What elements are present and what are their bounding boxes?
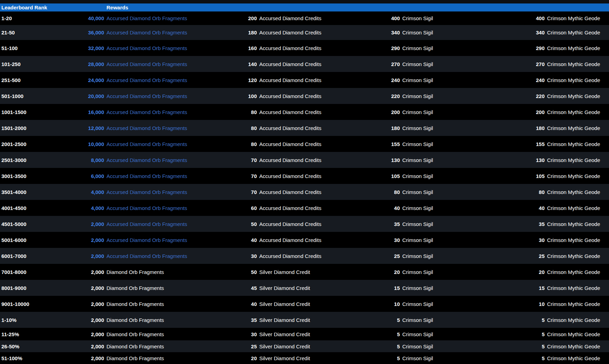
reward-qty: 155 bbox=[508, 141, 545, 147]
reward-qty[interactable]: 32,000 bbox=[66, 45, 104, 51]
reward-item-name: Crimson Sigil bbox=[400, 189, 508, 195]
table-row: 1-10%2,000Diamond Orb Fragments35Silver … bbox=[0, 312, 609, 328]
reward-qty: 2,000 bbox=[66, 285, 104, 291]
reward-qty: 130 bbox=[508, 157, 545, 163]
reward-item-link[interactable]: Accursed Diamond Orb Fragments bbox=[104, 61, 219, 67]
reward-item-name: Accursed Diamond Credits bbox=[257, 157, 362, 163]
reward-qty[interactable]: 2,000 bbox=[66, 253, 104, 259]
reward-item-name: Crimson Sigil bbox=[400, 237, 508, 243]
reward-qty: 400 bbox=[508, 15, 545, 21]
reward-qty[interactable]: 6,000 bbox=[66, 173, 104, 179]
reward-qty[interactable]: 20,000 bbox=[66, 93, 104, 99]
rank-cell: 3501-4000 bbox=[0, 189, 66, 195]
reward-qty: 5 bbox=[508, 343, 545, 349]
reward-qty[interactable]: 10,000 bbox=[66, 141, 104, 147]
reward-qty: 340 bbox=[508, 30, 545, 35]
rank-cell: 7001-8000 bbox=[0, 269, 66, 275]
rank-cell: 5001-6000 bbox=[0, 237, 66, 243]
reward-qty: 10 bbox=[508, 301, 545, 307]
reward-item-link[interactable]: Accursed Diamond Orb Fragments bbox=[104, 189, 219, 195]
reward-item-link[interactable]: Accursed Diamond Orb Fragments bbox=[104, 237, 219, 243]
reward-qty: 45 bbox=[219, 285, 257, 291]
reward-qty: 220 bbox=[508, 93, 545, 99]
reward-qty[interactable]: 40,000 bbox=[66, 15, 104, 21]
reward-qty[interactable]: 36,000 bbox=[66, 30, 104, 35]
reward-qty: 180 bbox=[219, 30, 257, 35]
rank-cell: 2501-3000 bbox=[0, 157, 66, 163]
reward-item-name: Crimson Sigil bbox=[400, 30, 508, 35]
table-row: 4001-45004,000Accursed Diamond Orb Fragm… bbox=[0, 200, 609, 216]
table-row: 21-5036,000Accursed Diamond Orb Fragment… bbox=[0, 25, 609, 40]
reward-item-link[interactable]: Accursed Diamond Orb Fragments bbox=[104, 157, 219, 163]
reward-item-link[interactable]: Accursed Diamond Orb Fragments bbox=[104, 221, 219, 227]
reward-item-name: Crimson Mythic Geode bbox=[545, 189, 609, 195]
reward-item-name: Accursed Diamond Credits bbox=[257, 189, 362, 195]
rank-cell: 1501-2000 bbox=[0, 125, 66, 131]
reward-item-name: Crimson Mythic Geode bbox=[545, 253, 609, 259]
reward-item-link[interactable]: Accursed Diamond Orb Fragments bbox=[104, 109, 219, 115]
table-row: 1001-150016,000Accursed Diamond Orb Frag… bbox=[0, 104, 609, 120]
rank-cell: 501-1000 bbox=[0, 93, 66, 99]
table-row: 6001-70002,000Accursed Diamond Orb Fragm… bbox=[0, 248, 609, 264]
reward-item-link[interactable]: Accursed Diamond Orb Fragments bbox=[104, 125, 219, 131]
reward-qty: 180 bbox=[362, 125, 400, 131]
reward-item-name: Crimson Sigil bbox=[400, 109, 508, 115]
rank-cell: 8001-9000 bbox=[0, 285, 66, 291]
reward-qty[interactable]: 12,000 bbox=[66, 125, 104, 131]
reward-qty: 25 bbox=[219, 343, 257, 349]
rank-cell: 4501-5000 bbox=[0, 221, 66, 227]
reward-qty: 200 bbox=[362, 109, 400, 115]
reward-item-link[interactable]: Accursed Diamond Orb Fragments bbox=[104, 45, 219, 51]
reward-item-link[interactable]: Accursed Diamond Orb Fragments bbox=[104, 30, 219, 35]
reward-qty: 15 bbox=[508, 285, 545, 291]
reward-qty: 5 bbox=[508, 331, 545, 337]
reward-item-name: Crimson Mythic Geode bbox=[545, 343, 609, 349]
reward-qty: 2,000 bbox=[66, 355, 104, 361]
reward-item-link[interactable]: Accursed Diamond Orb Fragments bbox=[104, 93, 219, 99]
reward-item-link[interactable]: Accursed Diamond Orb Fragments bbox=[104, 77, 219, 83]
reward-qty[interactable]: 4,000 bbox=[66, 189, 104, 195]
reward-qty[interactable]: 24,000 bbox=[66, 77, 104, 83]
reward-qty: 35 bbox=[508, 221, 545, 227]
reward-qty: 70 bbox=[219, 189, 257, 195]
reward-item-name: Silver Diamond Credit bbox=[257, 355, 362, 361]
reward-qty[interactable]: 4,000 bbox=[66, 205, 104, 211]
rank-cell: 11-25% bbox=[0, 331, 66, 337]
reward-item-name: Crimson Sigil bbox=[400, 93, 508, 99]
reward-item-name: Accursed Diamond Credits bbox=[257, 93, 362, 99]
reward-qty: 25 bbox=[362, 253, 400, 259]
reward-item-name: Crimson Sigil bbox=[400, 141, 508, 147]
table-row: 26-50%2,000Diamond Orb Fragments25Silver… bbox=[0, 340, 609, 352]
reward-item-name: Crimson Mythic Geode bbox=[545, 125, 609, 131]
reward-item-link[interactable]: Accursed Diamond Orb Fragments bbox=[104, 205, 219, 211]
reward-item-name: Crimson Mythic Geode bbox=[545, 317, 609, 323]
reward-qty: 2,000 bbox=[66, 331, 104, 337]
reward-qty: 30 bbox=[219, 253, 257, 259]
rank-cell: 2001-2500 bbox=[0, 141, 66, 147]
reward-qty: 30 bbox=[219, 331, 257, 337]
reward-qty[interactable]: 16,000 bbox=[66, 109, 104, 115]
reward-item-name: Crimson Mythic Geode bbox=[545, 30, 609, 35]
reward-qty: 30 bbox=[362, 237, 400, 243]
reward-item-name: Crimson Sigil bbox=[400, 317, 508, 323]
reward-qty: 400 bbox=[362, 15, 400, 21]
table-row: 5001-60002,000Accursed Diamond Orb Fragm… bbox=[0, 232, 609, 248]
reward-item-link[interactable]: Accursed Diamond Orb Fragments bbox=[104, 253, 219, 259]
reward-item-name: Accursed Diamond Credits bbox=[257, 173, 362, 179]
reward-qty[interactable]: 8,000 bbox=[66, 157, 104, 163]
reward-qty: 5 bbox=[508, 355, 545, 361]
reward-qty: 2,000 bbox=[66, 343, 104, 349]
reward-qty[interactable]: 2,000 bbox=[66, 237, 104, 243]
reward-qty[interactable]: 2,000 bbox=[66, 221, 104, 227]
reward-item-name: Crimson Mythic Geode bbox=[545, 141, 609, 147]
reward-item-link[interactable]: Accursed Diamond Orb Fragments bbox=[104, 141, 219, 147]
reward-item-name: Crimson Sigil bbox=[400, 221, 508, 227]
rank-cell: 51-100 bbox=[0, 45, 66, 51]
reward-item-link[interactable]: Accursed Diamond Orb Fragments bbox=[104, 173, 219, 179]
table-row: 7001-80002,000Diamond Orb Fragments50Sil… bbox=[0, 264, 609, 280]
reward-qty[interactable]: 28,000 bbox=[66, 61, 104, 67]
table-row: 101-25028,000Accursed Diamond Orb Fragme… bbox=[0, 56, 609, 72]
reward-item-name: Crimson Sigil bbox=[400, 15, 508, 21]
reward-item-link[interactable]: Accursed Diamond Orb Fragments bbox=[104, 15, 219, 21]
column-header-rewards: Rewards bbox=[104, 5, 219, 10]
